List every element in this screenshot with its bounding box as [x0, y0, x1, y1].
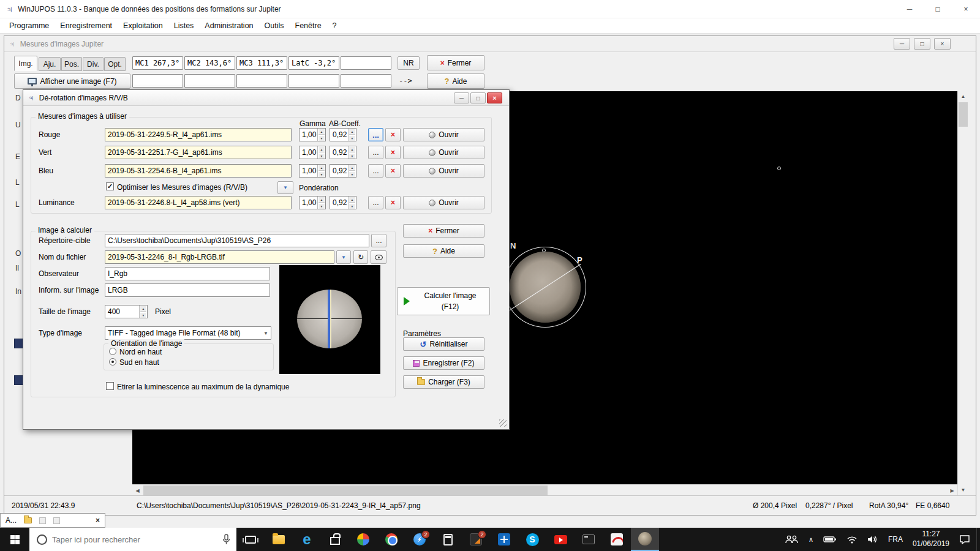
mini-button[interactable]	[53, 517, 60, 524]
mini-button[interactable]	[39, 517, 46, 524]
skype-button[interactable]: S	[518, 528, 546, 551]
bleu-file-field[interactable]: 2019-05-31-2254.6-B_l4_ap61.ims	[105, 164, 292, 178]
bleu-ab-spinner[interactable]: 0,92▲▼	[330, 164, 356, 178]
spin-up-icon[interactable]: ▲	[349, 197, 355, 202]
dialog-titlebar[interactable]: ♃ Dé-rotation d'images R/V/B	[23, 90, 509, 106]
spin-down-icon[interactable]: ▼	[349, 135, 355, 140]
luminance-open-button[interactable]: Ouvrir	[403, 196, 484, 209]
close-button[interactable]: ×	[952, 0, 980, 18]
spinner-arrows[interactable]: ▲▼	[348, 146, 356, 159]
spin-up-icon[interactable]: ▲	[318, 129, 325, 134]
minimize-button[interactable]: ─	[895, 0, 924, 18]
scroll-down-arrow[interactable]: ▼	[958, 485, 968, 495]
taskbar-clock[interactable]: 11:2701/06/2019	[908, 530, 954, 549]
vert-file-field[interactable]: 2019-05-31-2251.7-G_l4_ap61.ims	[105, 146, 292, 159]
spin-down-icon[interactable]: ▼	[349, 153, 355, 158]
repertoire-browse-button[interactable]: ...	[371, 234, 386, 247]
mdi-minimize-button[interactable]: ─	[894, 38, 910, 50]
mail-button[interactable]: 2	[462, 528, 490, 551]
calculator-button[interactable]	[434, 528, 462, 551]
mini-close-button[interactable]: ×	[96, 516, 100, 525]
afficher-image-button[interactable]: Afficher une image (F7)	[14, 73, 130, 89]
vert-gamma-spinner[interactable]: 1,00▲▼	[299, 146, 326, 159]
taskbar-search[interactable]	[29, 528, 236, 551]
menu-fenetre[interactable]: Fenêtre	[290, 21, 327, 30]
tab-aju[interactable]: Aju.	[39, 57, 61, 71]
file-explorer-button[interactable]	[265, 528, 293, 551]
menu-exploitation[interactable]: Exploitation	[118, 21, 168, 30]
reinitialiser-button[interactable]: ↺Réinitialiser	[403, 337, 484, 351]
vert-open-button[interactable]: Ouvrir	[403, 146, 484, 159]
horizontal-scroll-thumb[interactable]	[143, 485, 548, 495]
luminance-browse-button[interactable]: ...	[368, 196, 383, 209]
rouge-clear-button[interactable]: ×	[385, 128, 401, 141]
dialog-maximize-button[interactable]: □	[470, 92, 486, 103]
language-indicator[interactable]: FRA	[883, 535, 908, 544]
observateur-field[interactable]: I_Rgb	[105, 267, 270, 280]
dialog-minimize-button[interactable]: ─	[454, 92, 469, 103]
spin-down-icon[interactable]: ▼	[318, 153, 325, 158]
tab-pos[interactable]: Pos.	[61, 57, 82, 71]
taille-spinner[interactable]: 400▲▼	[105, 305, 148, 318]
youtube-button[interactable]	[546, 528, 575, 551]
task-view-button[interactable]	[236, 528, 265, 551]
edge-button[interactable]: e	[293, 528, 321, 551]
battery-icon[interactable]	[818, 528, 842, 551]
photos-button[interactable]	[349, 528, 377, 551]
vert-clear-button[interactable]: ×	[385, 146, 401, 159]
resize-grip[interactable]	[499, 419, 507, 427]
vertical-scrollbar[interactable]: ▲ ▼	[957, 91, 968, 495]
menu-outils[interactable]: Outils	[259, 21, 290, 30]
spin-up-icon[interactable]: ▲	[318, 165, 325, 170]
spin-up-icon[interactable]: ▲	[318, 197, 325, 202]
spin-down-icon[interactable]: ▼	[318, 135, 325, 140]
folder-icon[interactable]	[24, 517, 32, 523]
nord-radio-label[interactable]: Nord en haut	[119, 348, 162, 356]
luminance-file-field[interactable]: 2019-05-31-2246.8-L_l4_ap58.ims (vert)	[105, 196, 292, 209]
action-center-icon[interactable]	[954, 528, 975, 551]
vertical-scroll-thumb[interactable]	[959, 102, 968, 127]
winjupos-taskbar-button[interactable]	[631, 528, 659, 551]
mdi-close-button[interactable]: ×	[934, 38, 951, 50]
measurement-list-entry[interactable]: 2019/05/31 22:43.9	[12, 501, 75, 510]
sud-radio[interactable]	[109, 358, 116, 365]
spin-down-icon[interactable]: ▼	[318, 203, 325, 208]
bleu-clear-button[interactable]: ×	[385, 164, 401, 178]
menu-enregistrement[interactable]: Enregistrement	[55, 21, 118, 30]
repertoire-field[interactable]: C:\Users\tochiba\Documents\Jup\310519\AS…	[105, 234, 369, 247]
tab-div[interactable]: Div.	[83, 57, 104, 71]
menu-help[interactable]: ?	[327, 21, 342, 30]
mdi-restore-button[interactable]: □	[914, 38, 930, 50]
bleu-browse-button[interactable]: ...	[368, 164, 383, 178]
maximize-button[interactable]: □	[924, 0, 952, 18]
inform-field[interactable]: LRGB	[105, 283, 270, 297]
spin-up-icon[interactable]: ▲	[349, 147, 355, 152]
spinner-arrows[interactable]: ▲▼	[348, 129, 356, 141]
spinner-arrows[interactable]: ▲▼	[317, 197, 325, 209]
calculer-image-button[interactable]: Calculer l'image(F12)	[397, 287, 490, 315]
dialog-close-button[interactable]: ×	[487, 92, 502, 103]
spinner-arrows[interactable]: ▲▼	[348, 197, 356, 209]
spin-up-icon[interactable]: ▲	[318, 147, 325, 152]
sud-radio-label[interactable]: Sud en haut	[119, 358, 159, 367]
rouge-file-field[interactable]: 2019-05-31-2249.5-R_l4_ap61.ims	[105, 128, 292, 141]
luminance-gamma-spinner[interactable]: 1,00▲▼	[299, 196, 326, 209]
rouge-ab-spinner[interactable]: 0,92▲▼	[330, 128, 356, 141]
rouge-browse-button[interactable]: ...	[368, 128, 383, 141]
tab-opt[interactable]: Opt.	[104, 57, 126, 71]
spin-down-icon[interactable]: ▼	[140, 312, 146, 317]
nord-radio[interactable]	[109, 348, 116, 355]
console-button[interactable]	[575, 528, 603, 551]
spin-down-icon[interactable]: ▼	[318, 171, 325, 176]
mdi-fermer-button[interactable]: ×Fermer	[427, 55, 484, 70]
spinner-arrows[interactable]: ▲▼	[139, 305, 147, 318]
scroll-left-arrow[interactable]: ◀	[132, 485, 143, 496]
optimize-checkbox[interactable]: ✓	[106, 182, 114, 190]
type-image-combo[interactable]: TIFF - Tagged Image File Format (48 bit)…	[105, 326, 271, 340]
nom-fichier-field[interactable]: 2019-05-31-2246_8-I_Rgb-LRGB.tif	[105, 250, 334, 264]
network-icon[interactable]	[842, 528, 862, 551]
people-icon[interactable]	[780, 528, 804, 551]
nom-preview-button[interactable]	[371, 250, 386, 264]
vert-ab-spinner[interactable]: 0,92▲▼	[330, 146, 356, 159]
stretch-checkbox[interactable]	[106, 382, 114, 390]
